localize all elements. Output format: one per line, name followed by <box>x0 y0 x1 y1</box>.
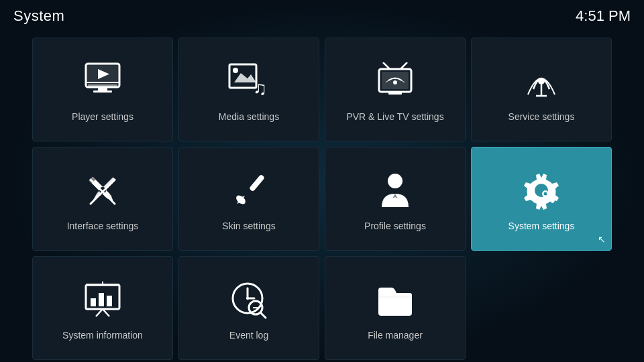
svg-line-41 <box>103 309 109 316</box>
system-information-icon <box>79 276 126 323</box>
svg-point-47 <box>246 297 249 300</box>
svg-rect-38 <box>99 293 104 306</box>
svg-rect-37 <box>91 298 96 306</box>
svg-point-30 <box>388 174 402 188</box>
grid-item-profile-settings[interactable]: Profile settings <box>325 147 466 251</box>
settings-grid: Player settings ♫ Media settings <box>0 32 644 362</box>
svg-rect-5 <box>93 90 112 93</box>
system-information-label: System information <box>57 330 148 341</box>
grid-item-system-settings[interactable]: System settings ↖ <box>471 147 612 251</box>
interface-settings-icon <box>79 167 126 214</box>
grid-item-event-log[interactable]: Event log <box>178 256 319 360</box>
pvr-settings-label: PVR & Live TV settings <box>341 111 449 122</box>
svg-line-40 <box>96 309 103 316</box>
media-settings-label: Media settings <box>213 111 284 122</box>
svg-point-9 <box>233 68 238 73</box>
svg-line-49 <box>260 312 266 318</box>
grid-item-file-manager[interactable]: File manager <box>325 256 466 360</box>
file-manager-label: File manager <box>362 330 428 341</box>
media-settings-icon: ♫ <box>225 58 272 105</box>
event-log-label: Event log <box>224 330 274 341</box>
grid-item-interface-settings[interactable]: Interface settings <box>32 147 173 251</box>
skin-settings-icon <box>225 167 272 214</box>
grid-item-service-settings[interactable]: Service settings <box>471 38 612 141</box>
header: System 4:51 PM <box>0 0 644 32</box>
interface-settings-label: Interface settings <box>62 221 144 231</box>
profile-settings-icon <box>372 167 419 214</box>
svg-rect-15 <box>388 92 402 95</box>
file-manager-icon <box>372 276 419 323</box>
cursor-icon: ↖ <box>598 234 606 245</box>
pvr-settings-icon <box>372 58 419 105</box>
player-settings-icon <box>79 58 126 105</box>
profile-settings-label: Profile settings <box>359 221 431 231</box>
player-settings-label: Player settings <box>66 111 139 122</box>
clock: 4:51 PM <box>576 7 631 25</box>
system-settings-icon <box>518 167 565 214</box>
grid-item-system-information[interactable]: System information <box>32 256 173 360</box>
svg-rect-39 <box>107 296 112 306</box>
system-settings-label: System settings <box>503 221 580 231</box>
service-settings-icon <box>518 58 565 105</box>
grid-item-player-settings[interactable]: Player settings <box>32 38 173 141</box>
svg-point-16 <box>393 80 397 84</box>
page-title: System <box>13 7 64 25</box>
grid-item-pvr-settings[interactable]: PVR & Live TV settings <box>325 38 466 141</box>
svg-rect-28 <box>249 174 265 192</box>
event-log-icon <box>225 276 272 323</box>
service-settings-label: Service settings <box>503 111 580 122</box>
skin-settings-label: Skin settings <box>217 221 280 231</box>
page-container: System 4:51 PM Play <box>0 0 644 362</box>
svg-text:♫: ♫ <box>253 78 267 99</box>
svg-rect-3 <box>88 84 117 86</box>
svg-point-35 <box>543 192 547 196</box>
grid-item-skin-settings[interactable]: Skin settings <box>178 147 319 251</box>
grid-item-media-settings[interactable]: ♫ Media settings <box>178 38 319 141</box>
